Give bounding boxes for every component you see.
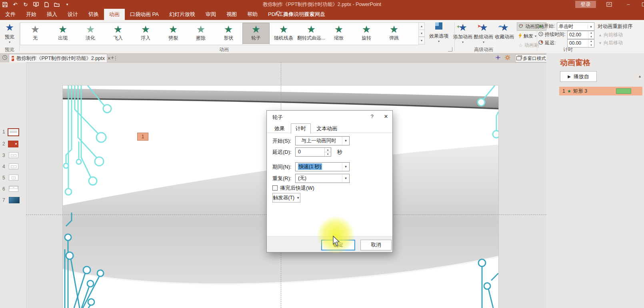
tab-transitions[interactable]: 切换 xyxy=(83,9,104,20)
favorite-animation-label: 收藏动画 xyxy=(495,34,514,40)
move-earlier-button[interactable]: ▲ 向前移动 xyxy=(598,32,623,38)
slide-thumbnail-2[interactable] xyxy=(8,141,18,147)
maximize-button[interactable] xyxy=(638,0,644,9)
preview-label: 预览 xyxy=(5,34,14,40)
effect-grow-turn[interactable]: ★翻转式由远... xyxy=(298,23,324,44)
plugin-star-icon[interactable] xyxy=(495,55,501,62)
tab-animations[interactable]: 动画 xyxy=(104,9,125,20)
minimize-button[interactable]: – xyxy=(622,0,634,9)
star-icon: ★ xyxy=(362,23,371,35)
history-clock-icon[interactable] xyxy=(2,55,8,62)
chevron-down-icon: ▾ xyxy=(438,40,440,43)
effect-wipe[interactable]: ★擦除 xyxy=(188,23,214,44)
multi-window-mode-button[interactable]: 多窗口模式 xyxy=(515,54,547,62)
duration-spinner[interactable]: 02.00 ▴▾ xyxy=(567,31,594,39)
tab-view[interactable]: 视图 xyxy=(221,9,242,20)
slide-thumbnail-7[interactable] xyxy=(9,197,20,203)
cool-animation-button[interactable]: ★➤ 酷炫动画 ▾ xyxy=(473,22,494,44)
settings-gear-icon[interactable] xyxy=(505,55,510,62)
slide-thumbnail-1[interactable] xyxy=(8,128,19,136)
triggers-button[interactable]: 触发器(T) ▼ xyxy=(272,193,300,203)
dialog-tab-text-animation[interactable]: 文本动画 xyxy=(312,124,342,133)
start-combobox[interactable]: 与上一动画同时 ▾ xyxy=(295,136,350,145)
slide-thumbnail-3[interactable]: ▪▪▪ xyxy=(9,152,18,158)
group-label-advanced: 高级动画 xyxy=(471,46,496,53)
add-animation-button[interactable]: ★+ 添加动画 ▾ xyxy=(452,22,473,44)
effect-shape[interactable]: ★形状 xyxy=(215,23,242,44)
spin-down-icon[interactable]: ▾ xyxy=(325,152,331,156)
delay-spinner[interactable]: 0 ▴ ▾ xyxy=(295,147,331,157)
play-icon: ▶ xyxy=(568,74,571,79)
star-icon: ★ xyxy=(196,23,205,35)
animation-order-badge[interactable]: 1 xyxy=(137,133,148,141)
spin-up-icon[interactable]: ▴ xyxy=(588,40,594,44)
dialog-tab-timing[interactable]: 计时 xyxy=(291,123,311,134)
spin-down-icon[interactable]: ▾ xyxy=(588,35,594,39)
powerpoint-file-icon: P xyxy=(12,56,14,61)
move-later-button[interactable]: ▼ 向后移动 xyxy=(598,40,623,46)
effect-float-in[interactable]: ★浮入 xyxy=(132,23,159,44)
effect-spin[interactable]: ★旋转 xyxy=(353,23,380,44)
effect-appear[interactable]: ★出现 xyxy=(50,23,76,44)
effect-fly-in[interactable]: ★飞入 xyxy=(105,23,131,44)
document-tab-title: 教你制作《PPT制作倒计时功能》2.pptx xyxy=(16,55,105,62)
dialog-tab-effect[interactable]: 效果 xyxy=(270,124,289,133)
tab-home[interactable]: 开始 xyxy=(21,9,42,20)
chevron-down-icon: ▾ xyxy=(342,163,349,171)
effect-split[interactable]: ★劈裂 xyxy=(160,23,186,44)
dialog-title: 轮子 xyxy=(272,114,283,121)
play-from-label: 播放自 xyxy=(574,73,589,80)
star-icon: ★ xyxy=(141,23,150,35)
new-tab-button[interactable]: + xyxy=(109,54,116,62)
start-combobox[interactable]: 单击时 ▾ xyxy=(557,22,594,31)
duration-combobox[interactable]: 快速(1 秒) ▾ xyxy=(295,162,350,171)
star-icon: ★ xyxy=(31,23,40,35)
favorite-animation-button[interactable]: ★☁ 收藏动画 xyxy=(494,22,515,40)
tab-file[interactable]: 文件 xyxy=(0,9,21,20)
tab-design[interactable]: 设计 xyxy=(62,9,83,20)
slide-number: 5 xyxy=(2,175,5,181)
preview-button[interactable]: ★ 预览 ▾ xyxy=(1,22,18,44)
dialog-close-button[interactable]: ✕ xyxy=(379,111,393,122)
pane-scroll-up-icon[interactable]: ▲ xyxy=(638,74,642,78)
dialog-help-button[interactable]: ? xyxy=(365,111,379,122)
slide-thumbnail-6[interactable]: ▪▪▪ xyxy=(9,186,18,192)
effect-zoom[interactable]: ★缩放 xyxy=(326,23,352,44)
delay-clock-icon xyxy=(538,40,543,46)
spin-down-icon[interactable]: ▾ xyxy=(588,44,594,48)
spin-up-icon[interactable]: ▴ xyxy=(325,148,331,152)
tab-insert[interactable]: 插入 xyxy=(42,9,62,20)
chevron-down-icon: ▾ xyxy=(462,40,464,44)
animation-dialog-launcher-icon[interactable] xyxy=(448,47,452,52)
gallery-more-icon[interactable]: ▾ xyxy=(418,37,425,44)
ribbon-display-options-icon[interactable] xyxy=(603,0,615,9)
rewind-checkbox[interactable] xyxy=(272,185,278,191)
play-from-button[interactable]: ▶ 播放自 xyxy=(560,71,597,82)
favorite-animation-star-icon: ★☁ xyxy=(500,22,509,34)
animation-timeline-bar[interactable] xyxy=(616,88,631,94)
gallery-scroll-down-icon[interactable]: ▾ xyxy=(418,30,425,37)
start-value: 与上一动画同时 xyxy=(296,137,342,144)
tab-review[interactable]: 审阅 xyxy=(200,9,221,20)
tab-pocket-animation[interactable]: 口袋动画 PA xyxy=(125,9,164,20)
effect-fade[interactable]: ★淡化 xyxy=(77,23,104,44)
effect-wheel-selected[interactable]: ★轮子 xyxy=(243,23,269,44)
slide-thumbnail-4[interactable]: ▪▪ xyxy=(9,163,18,169)
sign-in-button[interactable]: 登录 xyxy=(575,1,596,8)
effect-bounce[interactable]: ★弹跳 xyxy=(381,23,407,44)
delay-value: 0 xyxy=(296,148,324,156)
gallery-scroll-up-icon[interactable]: ▴ xyxy=(418,22,425,30)
tab-slideshow[interactable]: 幻灯片放映 xyxy=(164,9,200,20)
effect-options-button[interactable]: 效果选项 ▾ xyxy=(425,22,453,43)
effect-none[interactable]: ★无 xyxy=(22,23,48,44)
repeat-combobox[interactable]: (无) ▾ xyxy=(295,174,350,183)
cancel-button[interactable]: 取消 xyxy=(360,240,392,250)
effect-random-bars[interactable]: ★随机线条 xyxy=(270,23,297,44)
spin-up-icon[interactable]: ▴ xyxy=(588,31,594,35)
tell-me-search[interactable]: 操作说明搜索 xyxy=(276,11,314,18)
ribbon: ★ 预览 ▾ 预览 ★无 ★出现 ★淡化 ★飞入 ★浮入 ★劈裂 ★擦除 ★形状… xyxy=(0,20,644,54)
play-icon: ▶ xyxy=(539,24,542,28)
document-tab[interactable]: P 教你制作《PPT制作倒计时功能》2.pptx ✕ ⋮ xyxy=(9,54,107,62)
tab-help[interactable]: 帮助 xyxy=(242,9,263,20)
slide-thumbnail-5[interactable]: ▪ xyxy=(9,175,18,181)
